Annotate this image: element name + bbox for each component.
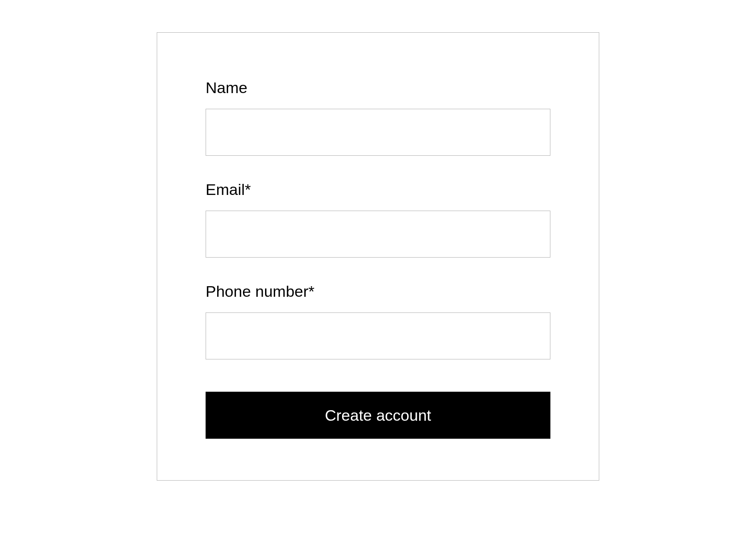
phone-label: Phone number*: [206, 282, 550, 300]
create-account-button[interactable]: Create account: [206, 392, 550, 439]
name-label: Name: [206, 79, 550, 97]
phone-field-group: Phone number*: [206, 282, 550, 359]
signup-form-card: Name Email* Phone number* Create account: [157, 32, 599, 481]
email-field-group: Email*: [206, 181, 550, 258]
phone-input[interactable]: [206, 312, 550, 359]
name-field-group: Name: [206, 79, 550, 156]
name-input[interactable]: [206, 109, 550, 156]
email-input[interactable]: [206, 211, 550, 258]
email-label: Email*: [206, 181, 550, 199]
